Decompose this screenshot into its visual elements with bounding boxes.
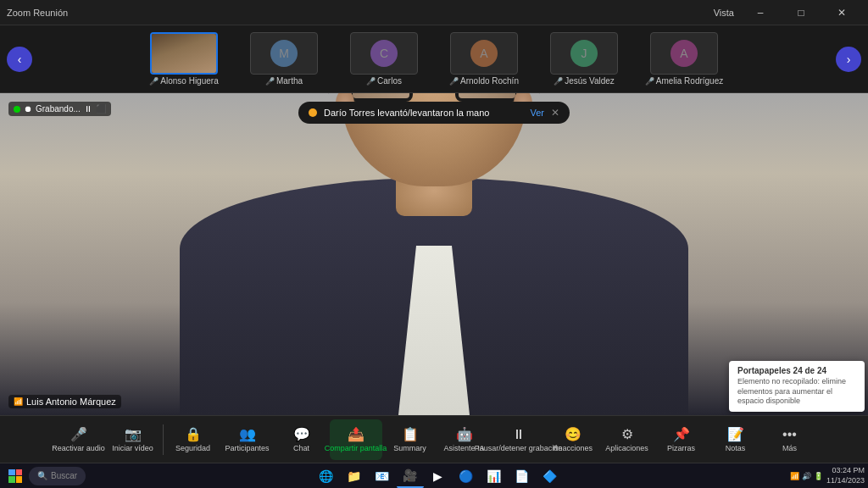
mic-muted-icon-arnoldo: 🎤	[449, 77, 459, 86]
time: 03:24 PM	[826, 466, 865, 476]
windows-taskbar: 🔍 Buscar 🌐 📁 📧 🎥 ▶ 🔵 📊 📄 🔷 📶 🔊 🔋	[0, 463, 868, 488]
participant-thumb-jesus[interactable]: J 🎤 Jesús Valdez	[537, 32, 631, 86]
summary-button[interactable]: 📋 Summary	[384, 419, 437, 460]
participant-name-row-alonso: 🎤 Alonso Higuera	[149, 76, 218, 86]
search-icon: 🔍	[37, 471, 47, 480]
participant-video-arnoldo: A	[450, 32, 518, 75]
security-label: Seguridad	[175, 444, 210, 452]
participant-no-video-jesus: J	[551, 33, 617, 74]
notes-icon: 📝	[727, 426, 744, 442]
participant-no-video-martha: M	[251, 33, 317, 74]
participant-strip: ‹ 🎤 Alonso Higuera M	[0, 25, 868, 93]
notes-label: Notas	[726, 444, 746, 452]
more-label: Más	[782, 444, 797, 452]
taskbar-right: 📶 🔊 🔋 03:24 PM 11/14/2023	[790, 466, 865, 485]
signal-icon: 📶	[14, 397, 23, 406]
taskbar-app-explorer[interactable]: 📁	[341, 464, 368, 488]
main-video-area: ⏺ Grabando... ⏸ ⬛ Darío Torres levantó/l…	[0, 93, 868, 415]
start-button[interactable]	[3, 469, 27, 483]
participant-thumb-carlos[interactable]: C 🎤 Carlos	[337, 32, 431, 86]
audio-button[interactable]: 🎤 Reactivar audio	[53, 419, 105, 460]
participant-name-amelia: Amelia Rodríguez	[656, 76, 723, 86]
notification-dot	[309, 108, 317, 117]
share-screen-button[interactable]: 📤 Compartir pantalla	[330, 419, 382, 460]
taskbar-search[interactable]: 🔍 Buscar	[29, 467, 86, 485]
participant-video-amelia: A	[650, 32, 718, 75]
participant-no-video-arnoldo: A	[451, 33, 517, 74]
ai-assistant-button[interactable]: 🤖 Asistente IA	[438, 419, 491, 460]
recording-pause-button[interactable]: ⏸	[84, 104, 92, 114]
clipboard-toast: Portapapeles 24 de 24 Elemento no recopi…	[729, 361, 865, 412]
system-tray-icons: 📶 🔊 🔋	[790, 472, 823, 480]
taskbar-app-youtube[interactable]: ▶	[425, 464, 452, 488]
taskbar-app-word[interactable]: 📄	[509, 464, 536, 488]
share-icon: 📤	[348, 426, 364, 442]
apps-button[interactable]: ⚙ Aplicaciones	[601, 419, 654, 460]
clipboard-toast-body: Elemento no recopilado: elimine elemento…	[737, 377, 856, 407]
share-label: Compartir pantalla	[325, 444, 387, 452]
recording-button[interactable]: ⏸ Pausar/detener grabación	[492, 419, 545, 460]
toolbar-buttons: 🎤 Reactivar audio 📷 Iniciar vídeo 🔒 Segu…	[7, 419, 861, 460]
whiteboards-icon: 📌	[673, 426, 690, 442]
minimize-button[interactable]: –	[741, 0, 780, 25]
recording-icon: ⏺	[24, 104, 32, 114]
notification-ver-button[interactable]: Ver	[530, 108, 544, 118]
mic-muted-icon-carlos: 🎤	[366, 77, 376, 86]
participant-no-video-carlos: C	[351, 33, 417, 74]
reactions-button[interactable]: 😊 Reacciones	[547, 419, 599, 460]
taskbar-app-mail[interactable]: 📧	[369, 464, 396, 488]
participant-name-row-jesus: 🎤 Jesús Valdez	[554, 76, 615, 86]
mic-muted-icon-martha: 🎤	[265, 77, 275, 86]
security-icon: 🔒	[185, 426, 202, 442]
recording-indicator: ⏺ Grabando... ⏸ ⬛	[8, 102, 111, 116]
participant-name-row-carlos: 🎤 Carlos	[366, 76, 402, 86]
notification-close-button[interactable]: ✕	[551, 107, 559, 119]
vista-button[interactable]: Vista	[714, 8, 734, 18]
participant-video-jesus: J	[550, 32, 618, 75]
participant-name-alonso: Alonso Higuera	[160, 76, 218, 86]
whiteboards-button[interactable]: 📌 Pizarras	[655, 419, 708, 460]
meeting-toolbar: 🎤 Reactivar audio 📷 Iniciar vídeo 🔒 Segu…	[0, 415, 868, 463]
participant-thumb-arnoldo[interactable]: A 🎤 Arnoldo Rochín	[437, 32, 531, 86]
taskbar-app-edge[interactable]: 🌐	[313, 464, 340, 488]
recording-stop-button[interactable]: ⬛	[96, 104, 106, 114]
window-controls: – □ ✕	[741, 0, 861, 25]
participant-name-martha: Martha	[276, 76, 303, 86]
apps-icon: ⚙	[621, 426, 633, 442]
recording-dot	[14, 106, 20, 113]
notes-button[interactable]: 📝 Notas	[709, 419, 762, 460]
video-button[interactable]: 📷 Iniciar vídeo	[107, 419, 159, 460]
reactions-icon: 😊	[565, 426, 581, 442]
strip-prev-button[interactable]: ‹	[7, 47, 32, 72]
participants-button[interactable]: 👥 Participantes	[221, 419, 274, 460]
taskbar-apps: 🌐 📁 📧 🎥 ▶ 🔵 📊 📄 🔷	[87, 464, 788, 488]
raise-hand-notification: Darío Torres levantó/levantaron la mano …	[298, 102, 570, 124]
mic-muted-icon-amelia: 🎤	[645, 77, 654, 86]
security-button[interactable]: 🔒 Seguridad	[167, 419, 220, 460]
maximize-button[interactable]: □	[782, 0, 821, 25]
participant-thumb-martha[interactable]: M 🎤 Martha	[237, 32, 331, 86]
participant-thumb-amelia[interactable]: A 🎤 Amelia Rodríguez	[637, 32, 731, 86]
taskbar-app-chrome[interactable]: 🔵	[453, 464, 480, 488]
reactions-label: Reacciones	[553, 444, 593, 452]
taskbar-app-zoom[interactable]: 🎥	[397, 464, 424, 488]
clipboard-toast-title: Portapapeles 24 de 24	[737, 366, 856, 375]
taskbar-app-powerpoint[interactable]: 📊	[481, 464, 508, 488]
more-button[interactable]: ••• Más	[764, 419, 816, 460]
video-icon: 📷	[125, 426, 142, 442]
summary-label: Summary	[393, 444, 426, 452]
participant-name-row-martha: 🎤 Martha	[265, 76, 303, 86]
strip-next-button[interactable]: ›	[836, 47, 861, 72]
participant-name-arnoldo: Arnoldo Rochín	[460, 76, 519, 86]
tray-battery-icon: 🔋	[814, 472, 823, 480]
participant-thumb-alonso[interactable]: 🎤 Alonso Higuera	[137, 32, 231, 86]
taskbar-app-other[interactable]: 🔷	[537, 464, 564, 488]
participants-label: Participantes	[225, 444, 269, 452]
chat-icon: 💬	[293, 426, 310, 442]
speaker-name: Luis Antonio Márquez	[26, 396, 116, 407]
close-button[interactable]: ✕	[822, 0, 861, 25]
participant-video-martha: M	[250, 32, 318, 75]
chat-button[interactable]: 💬 Chat	[275, 419, 328, 460]
audio-label: Reactivar audio	[52, 444, 105, 452]
notification-text: Darío Torres levantó/levantaron la mano	[324, 108, 523, 118]
